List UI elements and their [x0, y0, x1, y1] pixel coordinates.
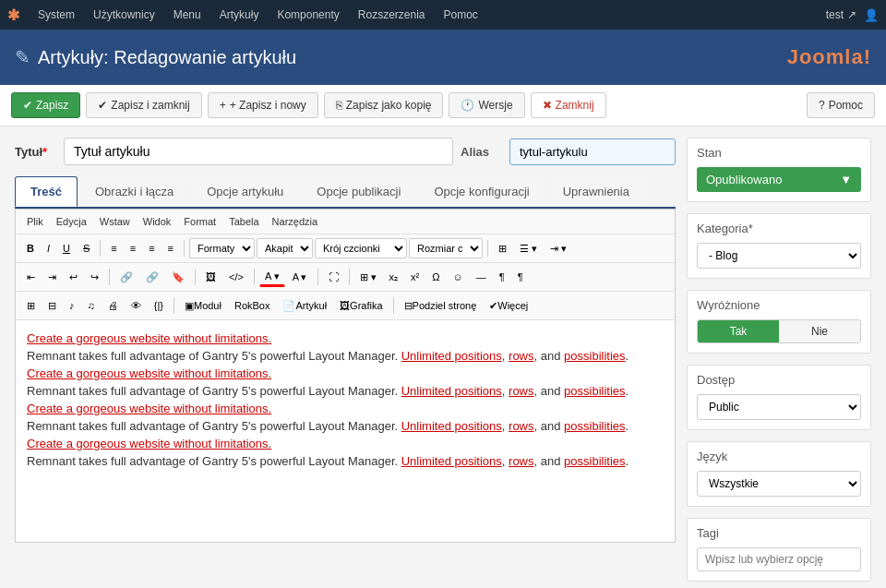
- nav-components[interactable]: Komponenty: [269, 5, 346, 25]
- nav-extensions[interactable]: Rozszerzenia: [351, 5, 433, 25]
- featured-content: Tak Nie: [688, 316, 870, 353]
- tags-input[interactable]: [697, 547, 861, 571]
- redo-button[interactable]: ↪: [85, 267, 104, 287]
- content-link-4: Create a gorgeous website without limita…: [27, 437, 271, 450]
- nav-users[interactable]: Użytkownicy: [86, 5, 162, 25]
- unlink-button[interactable]: 🔗: [140, 267, 164, 287]
- outdent-button[interactable]: ⇤: [21, 267, 41, 287]
- title-label: Tytuł*: [15, 145, 56, 159]
- tab-publish-options[interactable]: Opcje publikacji: [301, 176, 416, 207]
- tab-config-options[interactable]: Opcje konfiguracji: [418, 176, 545, 207]
- table-insert-button[interactable]: ⊞: [493, 238, 512, 258]
- editor-menu-table[interactable]: Tabela: [223, 213, 264, 230]
- rokbox-button[interactable]: RokBox: [229, 295, 276, 316]
- featured-yes-button[interactable]: Tak: [698, 320, 779, 342]
- tab-article-options[interactable]: Opcje artykułu: [191, 176, 299, 207]
- nav-articles[interactable]: Artykuły: [212, 5, 267, 25]
- article-label: Artykuł: [295, 300, 327, 311]
- featured-no-button[interactable]: Nie: [779, 320, 860, 342]
- textcolor-button[interactable]: A ▾: [259, 267, 285, 287]
- save-close-button[interactable]: ✔ Zapisz i zamknij: [86, 92, 201, 118]
- editor-menu-tools[interactable]: Narzędzia: [267, 213, 324, 230]
- title-input[interactable]: [64, 138, 453, 165]
- image-button[interactable]: 🖼: [200, 267, 222, 287]
- versions-button[interactable]: 🕐 Wersje: [449, 92, 524, 118]
- paragraph-select[interactable]: Akapit: [257, 238, 313, 258]
- save-copy-button[interactable]: ⎘ Zapisz jako kopię: [324, 92, 444, 118]
- indent2-button[interactable]: ⇥: [42, 267, 62, 287]
- italic-button[interactable]: I: [42, 238, 55, 258]
- tags-section: Tagi: [687, 518, 871, 582]
- preview-button[interactable]: 👁: [126, 295, 147, 316]
- editor-menu-edit[interactable]: Edycja: [51, 213, 92, 230]
- category-select[interactable]: - Blog: [697, 243, 861, 269]
- editor-content[interactable]: Create a gorgeous website without limita…: [16, 320, 675, 542]
- print-button[interactable]: 🖨: [102, 295, 124, 316]
- font-select[interactable]: Krój czcionki: [315, 238, 407, 258]
- list-button[interactable]: ☰ ▾: [514, 238, 543, 258]
- pilcrow2-button[interactable]: ¶: [512, 267, 529, 287]
- help-button[interactable]: ? Pomoc: [807, 92, 875, 118]
- underline-button[interactable]: U: [57, 238, 76, 258]
- nav-menu[interactable]: Menu: [166, 5, 209, 25]
- language-select[interactable]: Wszystkie: [697, 471, 861, 497]
- align-justify-button[interactable]: ≡: [162, 238, 179, 258]
- status-dropdown[interactable]: Opublikowano ▼: [697, 167, 861, 192]
- link-button[interactable]: 🔗: [114, 267, 138, 287]
- bold-button[interactable]: B: [21, 238, 40, 258]
- align-left-button[interactable]: ≡: [105, 238, 122, 258]
- align-right-button[interactable]: ≡: [143, 238, 160, 258]
- close-x-icon: ✖: [543, 99, 552, 112]
- image-icon: 🖼: [340, 300, 350, 311]
- size-select[interactable]: Rozmiar c...: [409, 238, 483, 258]
- toolbar-separator-7: [317, 269, 318, 285]
- save-button[interactable]: ✔ Zapisz: [11, 92, 80, 118]
- access-title: Dostęp: [688, 366, 870, 390]
- tab-images-links[interactable]: Obrazki i łącza: [79, 176, 189, 207]
- editor-menu-view[interactable]: Widok: [138, 213, 177, 230]
- nav-help[interactable]: Pomoc: [437, 5, 485, 25]
- editor-menu-insert[interactable]: Wstaw: [94, 213, 136, 230]
- alias-input[interactable]: [509, 138, 676, 165]
- featured-section: Wyróżnione Tak Nie: [687, 290, 871, 354]
- module-button[interactable]: ▣ Moduł: [179, 295, 227, 316]
- nav-system[interactable]: System: [30, 5, 82, 25]
- toolbar4-icon4[interactable]: ♫: [82, 295, 101, 316]
- user-area[interactable]: test ↗: [826, 8, 856, 21]
- bookmark-button[interactable]: 🔖: [166, 267, 190, 287]
- pilcrow-button[interactable]: ¶: [494, 267, 510, 287]
- split-page-button[interactable]: ⊟ Podziel stronę: [399, 295, 483, 316]
- table-button[interactable]: ⊞ ▾: [354, 267, 382, 287]
- formats-select[interactable]: Formaty: [189, 238, 255, 258]
- code-button[interactable]: </>: [223, 267, 249, 287]
- editor-menu-format[interactable]: Format: [178, 213, 222, 230]
- emoji-button[interactable]: ☺: [447, 267, 468, 287]
- superscript-button[interactable]: x²: [405, 267, 425, 287]
- toolbar4-icon3[interactable]: ♪: [64, 295, 80, 316]
- image-btn[interactable]: 🖼 Grafika: [334, 295, 388, 316]
- fullscreen-button[interactable]: ⛶: [323, 267, 344, 287]
- indent-button[interactable]: ⇥ ▾: [545, 238, 572, 258]
- access-select[interactable]: Public: [697, 394, 861, 420]
- subscript-button[interactable]: x₂: [384, 267, 404, 287]
- source-button[interactable]: {|}: [149, 295, 169, 316]
- tab-content[interactable]: Treść: [15, 176, 78, 207]
- bgcolor-button[interactable]: A ▾: [287, 267, 313, 287]
- toolbar4-icon2[interactable]: ⊟: [42, 295, 62, 316]
- toolbar: ✔ Zapisz ✔ Zapisz i zamknij + + Zapisz i…: [0, 85, 886, 126]
- article-button[interactable]: 📄 Artykuł: [277, 295, 332, 316]
- editor-menu-file[interactable]: Plik: [21, 213, 49, 230]
- user-icon[interactable]: 👤: [864, 8, 879, 22]
- close-button[interactable]: ✖ Zamknij: [531, 92, 606, 118]
- save-label: Zapisz: [36, 99, 68, 112]
- special-char-button[interactable]: Ω: [426, 267, 445, 287]
- save-new-button[interactable]: + + Zapisz i nowy: [208, 92, 318, 118]
- tab-permissions[interactable]: Uprawnienia: [547, 176, 645, 207]
- align-center-button[interactable]: ≡: [125, 238, 141, 258]
- toolbar4-icon1[interactable]: ⊞: [21, 295, 41, 316]
- hr-button[interactable]: —: [471, 267, 492, 287]
- strikethrough-button[interactable]: S: [78, 238, 95, 258]
- undo-button[interactable]: ↩: [64, 267, 83, 287]
- editor-toolbar-4: ⊞ ⊟ ♪ ♫ 🖨 👁 {|} ▣ Moduł RokBox 📄 Artykuł: [16, 292, 675, 320]
- more-button[interactable]: ✔ Więcej: [484, 295, 533, 316]
